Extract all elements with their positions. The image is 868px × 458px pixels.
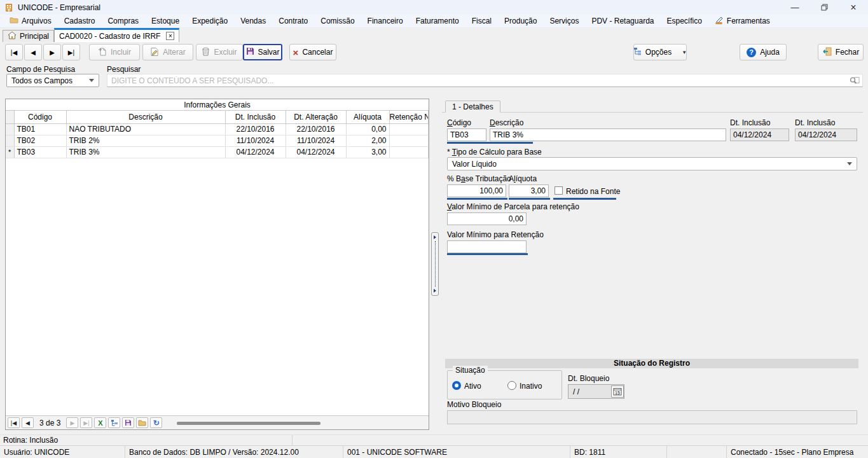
- col-descricao[interactable]: Descrição: [66, 111, 225, 123]
- splitter-arrow-icon: [434, 235, 436, 239]
- menu-ferramentas[interactable]: Ferramentas: [708, 16, 776, 26]
- table-row[interactable]: TB01 NAO TRIBUTADO 22/10/2016 22/10/2016…: [6, 123, 429, 135]
- menu-faturamento[interactable]: Faturamento: [410, 17, 465, 25]
- tab-detalhes[interactable]: 1 - Detalhes: [445, 101, 500, 113]
- grid-next-button: ▶: [66, 417, 78, 428]
- close-button[interactable]: ×: [839, 0, 868, 15]
- record-last-button[interactable]: ▶|: [62, 44, 80, 60]
- inativo-radio[interactable]: [507, 381, 516, 390]
- tab-cad0020[interactable]: CAD0020 - Cadastro de IRRF ×: [54, 28, 179, 42]
- tools-icon: [715, 16, 724, 26]
- menu-servicos[interactable]: Serviços: [543, 17, 585, 25]
- status-bar-rotina: Rotina: Inclusão: [0, 434, 868, 445]
- search-input[interactable]: [107, 76, 849, 85]
- grid-last-button: ▶|: [80, 417, 92, 428]
- menu-vendas[interactable]: Vendas: [234, 17, 272, 25]
- ativo-radio[interactable]: [452, 381, 461, 390]
- aliquota-input[interactable]: [509, 184, 549, 197]
- salvar-button[interactable]: Salvar: [243, 44, 282, 60]
- grid-save-icon[interactable]: [122, 417, 134, 428]
- menu-bar: Arquivos Cadastro Compras Estoque Expedi…: [0, 15, 868, 28]
- codigo-input[interactable]: [447, 128, 486, 141]
- splitter-dots: [435, 241, 436, 287]
- chevron-down-icon: [847, 162, 852, 165]
- panel-splitter[interactable]: [431, 232, 439, 296]
- help-icon: ?: [747, 48, 756, 57]
- inativo-label: Inativo: [520, 382, 542, 391]
- menu-arquivos[interactable]: Arquivos: [3, 17, 58, 25]
- menu-pdv-retaguarda[interactable]: PDV - Retaguarda: [585, 17, 660, 25]
- chevron-down-icon[interactable]: ▼: [682, 50, 687, 55]
- focus-underline: [553, 198, 616, 200]
- search-field: [107, 74, 863, 87]
- fechar-button[interactable]: Fechar: [818, 44, 864, 60]
- table-row[interactable]: * TB03 TRIB 3% 04/12/2024 04/12/2024 3,0…: [6, 146, 429, 158]
- records-grid-panel: Informações Gerais Código Descrição Dt. …: [5, 99, 429, 430]
- record-prev-button[interactable]: ◀: [24, 44, 42, 60]
- campo-pesquisa-select[interactable]: Todos os Campos: [6, 74, 99, 87]
- tab-close-icon[interactable]: ×: [166, 32, 174, 40]
- cancelar-button[interactable]: × Cancelar: [289, 44, 336, 60]
- menu-estoque[interactable]: Estoque: [145, 17, 186, 25]
- aliquota-label: Alíquota: [509, 174, 537, 183]
- grid-open-folder-icon[interactable]: [136, 417, 148, 428]
- export-excel-icon[interactable]: X: [94, 417, 106, 428]
- pesquisar-label: Pesquisar: [107, 65, 141, 74]
- valor-minimo-parcela-input[interactable]: [447, 212, 527, 225]
- menu-comissao[interactable]: Comissão: [314, 17, 361, 25]
- menu-contrato[interactable]: Contrato: [272, 17, 314, 25]
- exit-door-icon: [822, 47, 832, 58]
- tab-principal[interactable]: Principal: [3, 30, 54, 42]
- base-tributacao-input[interactable]: [447, 184, 506, 197]
- menu-expedicao[interactable]: Expedição: [186, 17, 234, 25]
- tree-options-icon: [633, 47, 642, 57]
- excluir-button: Excluir: [196, 44, 243, 60]
- valor-minimo-retencao-input[interactable]: [447, 240, 527, 253]
- grid-group-header: Informações Gerais: [6, 99, 429, 111]
- situacao-registro-header: Situação do Registro: [445, 359, 858, 368]
- app-building-icon: [4, 3, 13, 12]
- menu-fiscal[interactable]: Fiscal: [465, 17, 498, 25]
- opcoes-button[interactable]: Opções ▼: [633, 44, 687, 60]
- table-row[interactable]: TB02 TRIB 2% 11/10/2024 11/10/2024 2,00: [6, 135, 429, 146]
- empresa-status: 001 - UNICODE SOFTWARE: [343, 446, 570, 458]
- calendar-icon[interactable]: 15: [611, 385, 624, 398]
- grid-prev-button[interactable]: ◀: [22, 417, 34, 428]
- alterar-button: Alterar: [142, 44, 193, 60]
- col-dt-inclusao[interactable]: Dt. Inclusão: [225, 111, 286, 123]
- grid-first-button[interactable]: |◀: [8, 417, 20, 428]
- grid-refresh-icon[interactable]: ↻: [150, 417, 162, 428]
- minimize-button[interactable]: —: [780, 0, 809, 15]
- valor-minimo-parcela-label: Valor Mínimo de Parcela para retenção: [447, 202, 579, 211]
- menu-financeiro[interactable]: Financeiro: [361, 17, 410, 25]
- conexao-status: Conectado - 15sec - Plano Empresa: [727, 446, 868, 458]
- record-next-button[interactable]: ▶: [43, 44, 61, 60]
- campo-pesquisa-label: Campo de Pesquisa: [6, 65, 75, 74]
- col-aliquota[interactable]: Alíquota: [346, 111, 389, 123]
- cancel-x-icon: ×: [293, 48, 299, 57]
- col-retencao[interactable]: Retenção N: [389, 111, 429, 123]
- menu-producao[interactable]: Produção: [498, 17, 543, 25]
- tipo-calculo-select[interactable]: Valor Líquido: [447, 157, 857, 170]
- grid-options-icon[interactable]: [108, 417, 120, 428]
- menu-especifico[interactable]: Específico: [660, 17, 708, 25]
- col-dt-alteracao[interactable]: Dt. Alteração: [286, 111, 346, 123]
- ajuda-button[interactable]: ? Ajuda: [740, 44, 787, 60]
- menu-compras[interactable]: Compras: [101, 17, 145, 25]
- search-icon[interactable]: [849, 76, 862, 85]
- record-first-button[interactable]: |◀: [5, 44, 23, 60]
- retido-na-fonte-checkbox[interactable]: [555, 186, 563, 195]
- horizontal-scrollbar-thumb[interactable]: [177, 422, 320, 425]
- restore-button[interactable]: [809, 0, 839, 15]
- descricao-input[interactable]: [490, 128, 726, 141]
- menu-cadastro[interactable]: Cadastro: [58, 17, 102, 25]
- delete-record-icon: [202, 47, 210, 58]
- motivo-bloqueio-input[interactable]: [447, 410, 857, 424]
- records-table: Código Descrição Dt. Inclusão Dt. Altera…: [6, 111, 429, 158]
- toolbar: |◀ ◀ ▶ ▶| Incluir Alterar Excluir Salvar…: [0, 42, 868, 62]
- grid-record-position: 3 de 3: [36, 419, 64, 427]
- col-codigo[interactable]: Código: [14, 111, 66, 123]
- dt-inclusao2-label: Dt. Inclusão: [795, 118, 835, 127]
- rotina-status: Rotina: Inclusão: [0, 435, 293, 445]
- folder-icon: [10, 17, 18, 25]
